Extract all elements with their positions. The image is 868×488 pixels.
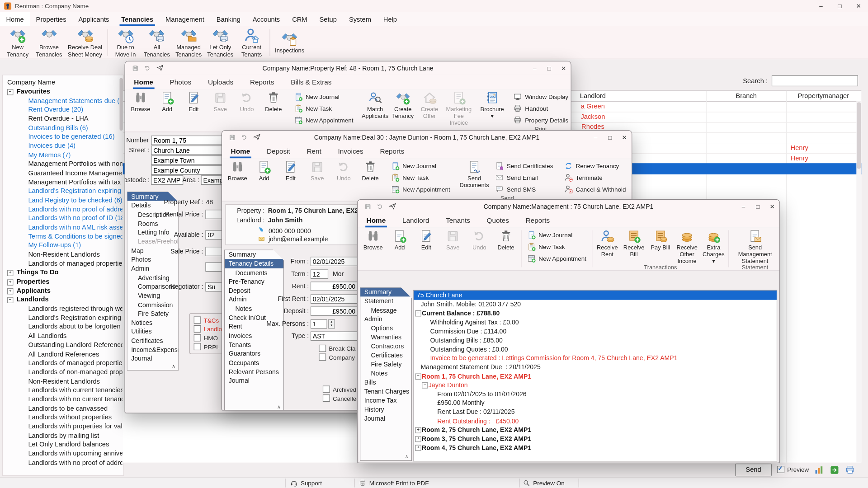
maximize-button[interactable]: □ <box>750 200 765 213</box>
nav-item-warranties[interactable]: Warranties <box>360 333 411 342</box>
tree-row[interactable]: Rent Last Due : 02/11/2025 <box>414 408 777 417</box>
ribbon-button-add[interactable]: Add <box>387 227 413 251</box>
ribbon-button-cancel-withhold[interactable]: Cancel & Withhold <box>560 183 630 195</box>
tab-bills-extras[interactable]: Bills & Extras <box>290 76 333 89</box>
sidebar-item-let-only-landlord-balances[interactable]: Let Only Landlord balances <box>28 440 122 449</box>
sidebar-section-landlords[interactable]: −Landlords <box>7 295 118 304</box>
nav-item-bills[interactable]: Bills <box>360 378 411 387</box>
tab-reports[interactable]: Reports <box>249 76 275 89</box>
tab-rent[interactable]: Rent <box>306 145 322 158</box>
ribbon-button-edit[interactable]: Edit <box>413 227 439 251</box>
nav-item-options[interactable]: Options <box>360 324 411 333</box>
sidebar-item-landlords-with-no-proof-of-address[interactable]: Landlords with no proof of address <box>28 458 122 467</box>
print-icon[interactable] <box>845 465 855 475</box>
checkbox-box[interactable] <box>319 353 326 361</box>
field-input[interactable] <box>311 282 358 291</box>
toolbar-button-inspections[interactable]: Inspections <box>272 29 307 55</box>
tab-invoices[interactable]: Invoices <box>337 145 364 158</box>
ribbon-button-delete[interactable]: Delete <box>493 227 519 251</box>
sidebar-item-my-memos-7-[interactable]: My Memos (7) <box>28 150 122 160</box>
toolbar-button-receive-deal[interactable]: Receive Deal Sheet Money <box>65 26 105 58</box>
field-input[interactable] <box>311 269 328 279</box>
tab-quotes[interactable]: Quotes <box>486 215 510 227</box>
nav-scroll-up-icon[interactable]: ∧ <box>405 454 409 459</box>
table-scrollbar-thumb[interactable] <box>857 103 861 169</box>
ribbon-button-new-task[interactable]: New Task <box>523 241 590 253</box>
tree-row[interactable]: +Room 2, 75 Church Lane, EX2 AMP1 <box>414 425 777 434</box>
spinner-stepper[interactable]: ▴▾ <box>328 319 335 329</box>
menu-item-tenancies[interactable]: Tenancies <box>115 12 160 26</box>
sidebar-item-invoices-to-be-generated-16-[interactable]: Invoices to be generated (16) <box>28 132 122 141</box>
field-input[interactable] <box>151 165 223 175</box>
menu-item-applicants[interactable]: Applicants <box>72 12 115 26</box>
ribbon-button-send[interactable]: Send Documents <box>458 158 491 188</box>
maximize-button[interactable]: □ <box>830 0 849 12</box>
sidebar-item-guaranteed-income-management-por[interactable]: Guaranteed Income Management Por <box>28 169 122 178</box>
ribbon-button-add[interactable]: Add <box>154 89 180 113</box>
ribbon-button-brochure[interactable]: Brochure ▾ <box>478 89 506 119</box>
ribbon-button-send-management[interactable]: Send Management Statement <box>731 227 779 264</box>
tree-row[interactable]: Commission Due : £114.00 <box>414 327 777 336</box>
field-input[interactable] <box>311 294 358 304</box>
ribbon-button-delete[interactable]: Delete <box>357 158 384 182</box>
nav-item-admin[interactable]: Admin <box>360 315 411 324</box>
ribbon-button-new-task[interactable]: New Task <box>387 172 454 183</box>
ribbon-button-browse[interactable]: Browse <box>127 89 154 113</box>
ribbon-button-send-sms[interactable]: Send SMS <box>491 183 557 195</box>
ribbon-button-pay-bill[interactable]: Pay Bill <box>647 227 674 264</box>
export-icon[interactable] <box>829 465 840 475</box>
expand-toggle-icon[interactable]: − <box>7 89 13 95</box>
menu-item-banking[interactable]: Banking <box>210 12 246 26</box>
nav-item-occupants[interactable]: Occupants <box>225 358 283 367</box>
checkbox-company[interactable]: Company <box>319 353 355 361</box>
checkbox-archived[interactable]: Archived <box>323 385 356 393</box>
tree-row[interactable]: Invoice to be generated : Lettings Commi… <box>414 354 777 363</box>
ribbon-button-receive[interactable]: Receive Rent <box>594 227 621 264</box>
nav-item-fire-safety[interactable]: Fire Safety <box>127 309 179 318</box>
maximize-button[interactable]: □ <box>542 61 557 75</box>
expand-toggle-icon[interactable]: + <box>7 279 13 285</box>
toolbar-button-due-to[interactable]: Due to Move In <box>110 26 141 58</box>
ribbon-button-terminate[interactable]: Terminate <box>560 172 630 183</box>
nav-item-commission[interactable]: Commission <box>127 300 179 309</box>
sidebar-item-landlords-of-managed-properties[interactable]: Landlords of managed properties <box>28 358 122 367</box>
tree-row[interactable]: From 02/01/2025 to 01/01/2026 <box>414 389 777 399</box>
sidebar-item-landlords-of-non-managed-properties[interactable]: Landlords of non-managed properties <box>28 367 122 376</box>
field-input[interactable] <box>311 306 358 316</box>
sidebar-item-landlords-with-upcoming-anniversary[interactable]: Landlords with upcoming anniversary <box>28 449 122 458</box>
nav-item-income-expenses[interactable]: Income&Expenses <box>127 345 179 354</box>
tree-header-row[interactable]: 75 Church Lane <box>414 291 777 300</box>
sidebar-item-landlords-with-no-current-tenancies[interactable]: Landlords with no current tenancies <box>28 394 122 404</box>
ribbon-button-extra[interactable]: Extra Charges ▾ <box>700 227 727 264</box>
tree-row[interactable]: Outstanding Bills : £85.00 <box>414 336 777 345</box>
statusbar-preview-on[interactable]: Preview On <box>523 478 565 488</box>
sidebar-item-landlords-without-properties[interactable]: Landlords without properties <box>28 413 122 422</box>
minimize-button[interactable]: – <box>589 131 603 144</box>
minimize-button[interactable]: – <box>736 200 751 213</box>
sidebar-section-applicants[interactable]: +Applicants <box>7 286 118 295</box>
sidebar-item-landlords-with-no-proof-of-id-18-[interactable]: Landlords with no proof of ID (18) <box>28 214 122 223</box>
tree-row[interactable]: +Room 3, 75 Church Lane, EX2 AMP1 <box>414 434 777 443</box>
minimize-button[interactable]: – <box>811 0 830 12</box>
nav-item-guarantors[interactable]: Guarantors <box>225 349 283 358</box>
ribbon-button-new-appointment[interactable]: New Appointment <box>387 183 454 195</box>
menu-item-management[interactable]: Management <box>160 12 211 26</box>
tab-photos[interactable]: Photos <box>169 76 193 89</box>
nav-item-journal[interactable]: Journal <box>360 414 411 423</box>
field-input[interactable] <box>311 331 358 341</box>
sidebar-section-things-to-do[interactable]: +Things To Do <box>7 268 118 277</box>
ribbon-button-new-appointment[interactable]: New Appointment <box>523 252 590 264</box>
nav-item-journal[interactable]: Journal <box>225 376 283 385</box>
tab-deposit[interactable]: Deposit <box>265 145 291 158</box>
tree-row[interactable]: Outstanding Quotes : £0.00 <box>414 345 777 354</box>
sidebar-item-all-landlords[interactable]: All Landlords <box>28 331 122 340</box>
nav-item-utilities[interactable]: Utilities <box>127 327 179 336</box>
ribbon-button-delete[interactable]: Delete <box>260 89 287 113</box>
toolbar-button-managed[interactable]: Managed Tenancies <box>173 26 204 58</box>
field-input[interactable] <box>311 257 358 266</box>
column-header-branch[interactable]: Branch <box>706 91 786 102</box>
sidebar-item-landlord-s-registration-expiring[interactable]: Landlord's Registration expiring <box>28 313 122 322</box>
menu-item-properties[interactable]: Properties <box>30 12 72 26</box>
toolbar-button-let-only[interactable]: Let Only Tenancies <box>204 26 236 58</box>
nav-item-message[interactable]: Message <box>360 306 411 315</box>
